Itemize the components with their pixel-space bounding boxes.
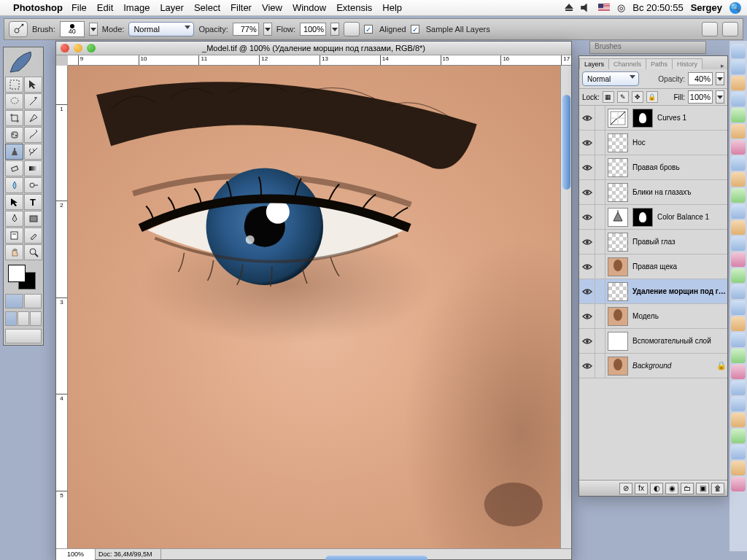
tool-healing[interactable]	[5, 127, 23, 143]
dock-item[interactable]	[731, 60, 746, 74]
layer-name[interactable]: Правая бровь	[630, 163, 727, 171]
layer-row[interactable]: Background🔒	[579, 354, 727, 378]
scrollbar-thumb[interactable]	[562, 95, 570, 190]
dock-item[interactable]	[731, 413, 746, 427]
tool-shape[interactable]	[24, 211, 42, 227]
layer-visibility-icon[interactable]	[579, 354, 595, 378]
layer-visibility-icon[interactable]	[579, 329, 595, 353]
dock-item[interactable]	[731, 188, 746, 203]
layer-row[interactable]: Правый глаз	[579, 230, 727, 254]
dock-item[interactable]	[731, 156, 746, 171]
spotlight-icon[interactable]: 🔍	[729, 2, 741, 14]
dock-item[interactable]	[731, 108, 746, 122]
tool-gradient[interactable]	[24, 160, 42, 176]
layer-mask-icon[interactable]: ◐	[650, 483, 663, 494]
airbrush-toggle-icon[interactable]	[344, 22, 360, 36]
tool-lasso[interactable]	[5, 93, 23, 109]
tool-brush[interactable]	[24, 127, 42, 143]
menu-extensis[interactable]: Extensis	[336, 2, 372, 13]
menu-file[interactable]: File	[71, 2, 87, 13]
screen-full-button[interactable]	[30, 311, 42, 326]
jump-to-imageready-button[interactable]	[5, 329, 42, 343]
tool-notes[interactable]	[5, 228, 23, 244]
palette-well-icon[interactable]	[702, 22, 718, 36]
tool-clone-stamp[interactable]	[5, 144, 23, 160]
screen-standard-button[interactable]	[5, 311, 17, 326]
layer-link-column[interactable]	[595, 304, 605, 328]
layer-row[interactable]: Color Balance 1	[579, 205, 727, 230]
layer-link-column[interactable]	[595, 155, 605, 179]
volume-icon[interactable]	[581, 4, 591, 12]
menu-filter[interactable]: Filter	[231, 2, 252, 13]
dock-item[interactable]	[731, 461, 746, 475]
quickmask-mode-button[interactable]	[24, 294, 42, 308]
menu-help[interactable]: Help	[382, 2, 402, 13]
blend-mode-select[interactable]: Normal	[128, 22, 194, 36]
layer-link-column[interactable]	[595, 106, 605, 130]
layer-link-column[interactable]	[595, 180, 605, 204]
layer-row[interactable]: Модель	[579, 304, 727, 329]
layer-link-column[interactable]	[595, 230, 605, 254]
dock-item[interactable]	[731, 365, 746, 379]
menu-select[interactable]: Select	[194, 2, 220, 13]
layer-opacity-input[interactable]: 40%	[688, 72, 713, 85]
new-layer-icon[interactable]: ▣	[696, 483, 709, 494]
zoom-window-icon[interactable]	[87, 44, 96, 52]
layer-visibility-icon[interactable]	[579, 180, 595, 204]
tab-paths[interactable]: Paths	[646, 58, 673, 69]
menu-view[interactable]: View	[262, 2, 282, 13]
tool-hand[interactable]	[5, 244, 23, 260]
active-tool-icon[interactable]	[9, 21, 28, 37]
layer-row[interactable]: Вспомогательный слой	[579, 329, 727, 354]
dock-item[interactable]	[731, 316, 746, 331]
flow-input[interactable]: 100%	[300, 23, 326, 36]
aligned-checkbox[interactable]	[364, 25, 373, 34]
tool-history-brush[interactable]	[24, 144, 42, 160]
tool-path-select[interactable]	[5, 194, 23, 210]
tool-marquee[interactable]	[5, 77, 23, 93]
layer-name[interactable]: Блики на глазахъ	[630, 188, 727, 196]
tool-blur[interactable]	[5, 177, 23, 193]
layer-link-column[interactable]	[595, 279, 605, 303]
tab-layers[interactable]: Layers	[579, 58, 609, 69]
layer-link-column[interactable]	[595, 329, 605, 353]
brush-preset-picker[interactable]: 40	[60, 21, 85, 37]
fill-dropdown-icon[interactable]	[716, 90, 724, 104]
dock-item[interactable]	[731, 268, 746, 283]
doc-info[interactable]: Doc: 36,4M/99,5M	[96, 549, 161, 559]
tool-move[interactable]	[24, 77, 42, 93]
dock-item[interactable]	[731, 76, 746, 90]
vertical-scrollbar[interactable]	[560, 66, 571, 548]
scrollbar-thumb[interactable]	[325, 556, 427, 560]
layer-row[interactable]: Правая щека	[579, 254, 727, 279]
lock-transparency-icon[interactable]: ▦	[603, 91, 614, 103]
dock-item[interactable]	[731, 397, 746, 411]
dock-item[interactable]	[731, 236, 746, 251]
layer-row[interactable]: Удаление морщин под глазами	[579, 279, 727, 304]
dock-item[interactable]	[731, 284, 746, 299]
layer-name[interactable]: Нос	[630, 139, 727, 147]
app-name[interactable]: Photoshop	[13, 2, 63, 13]
zoom-level[interactable]: 100%	[56, 549, 96, 560]
layer-visibility-icon[interactable]	[579, 304, 595, 328]
layer-link-icon[interactable]: ⊘	[619, 483, 632, 494]
minimize-window-icon[interactable]	[74, 44, 82, 52]
screen-full-menubar-button[interactable]	[18, 311, 29, 326]
layer-name[interactable]: Color Balance 1	[655, 213, 727, 221]
tool-eraser[interactable]	[5, 160, 23, 176]
dock-item[interactable]	[731, 349, 746, 363]
standard-mode-button[interactable]	[5, 294, 23, 308]
dock-item[interactable]	[731, 252, 746, 267]
layer-name[interactable]: Curves 1	[655, 114, 727, 122]
layer-name[interactable]: Правый глаз	[630, 238, 727, 246]
input-source-flag-icon[interactable]	[598, 4, 610, 12]
dock-item[interactable]	[731, 381, 746, 395]
dock-item[interactable]	[731, 477, 746, 491]
layer-visibility-icon[interactable]	[579, 106, 595, 130]
layer-mask-thumb[interactable]	[632, 208, 653, 227]
dock-item[interactable]	[731, 172, 746, 187]
menu-image[interactable]: Image	[123, 2, 150, 13]
layer-row[interactable]: Правая бровь	[579, 155, 727, 180]
sample-all-checkbox[interactable]	[411, 25, 419, 34]
tool-dodge[interactable]	[24, 177, 42, 193]
